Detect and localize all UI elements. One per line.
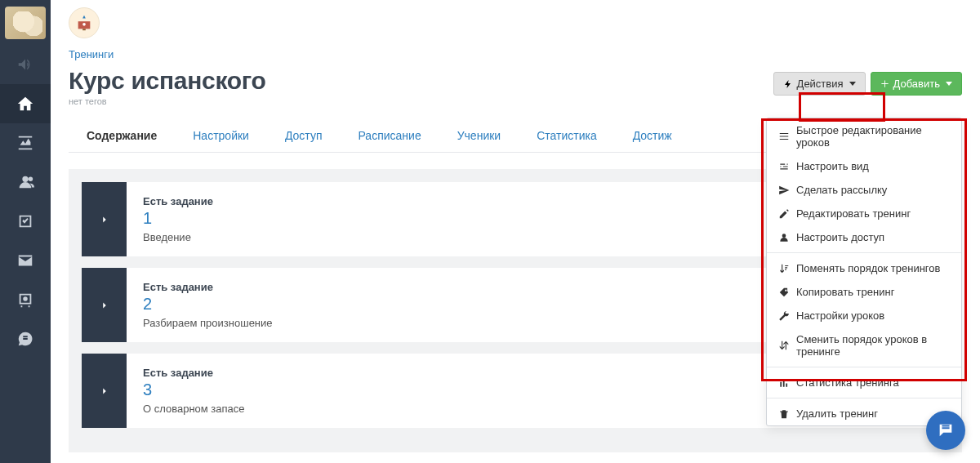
dropdown-item[interactable]: Сменить порядок уроков в тренинге xyxy=(767,327,961,363)
dropdown-item-label: Редактировать тренинг xyxy=(796,207,911,220)
lesson-expand-handle[interactable] xyxy=(82,182,127,256)
tab-3[interactable]: Расписание xyxy=(340,121,439,152)
dropdown-item[interactable]: Быстрое редактирование уроков xyxy=(767,118,961,154)
send-icon xyxy=(778,185,790,196)
actions-dropdown: Быстрое редактирование уроковНастроить в… xyxy=(766,118,962,426)
chevron-right-icon xyxy=(99,300,110,311)
dropdown-item-label: Сделать рассылку xyxy=(796,184,887,196)
plus-icon xyxy=(880,79,889,88)
trash-icon xyxy=(778,408,790,420)
sidebar-item-analytics[interactable] xyxy=(0,123,51,162)
stats-icon xyxy=(778,377,790,389)
lesson-expand-handle[interactable] xyxy=(82,268,127,342)
sort-icon xyxy=(778,263,790,274)
user-icon xyxy=(778,232,790,243)
dropdown-item-label: Настроить вид xyxy=(796,160,869,172)
dropdown-item-label: Настройки уроков xyxy=(796,309,884,322)
dropdown-item-label: Настроить доступ xyxy=(796,231,884,243)
add-button-label: Добавить xyxy=(893,78,940,90)
tab-2[interactable]: Доступ xyxy=(267,121,341,152)
dropdown-item[interactable]: Настройки уроков xyxy=(767,304,961,327)
dropdown-item[interactable]: Сделать рассылку xyxy=(767,178,961,202)
wrench-icon xyxy=(778,310,790,322)
dropdown-item-label: Статистика тренинга xyxy=(796,376,899,389)
chat-fab[interactable] xyxy=(926,411,965,450)
user-avatar[interactable] xyxy=(0,0,51,45)
no-tags-label: нет тегов xyxy=(69,96,773,106)
list-icon xyxy=(778,131,790,142)
tab-0[interactable]: Содержание xyxy=(69,121,175,152)
page-title: Курс испанского xyxy=(69,67,773,95)
bolt-icon xyxy=(783,79,793,89)
svg-point-0 xyxy=(82,23,86,26)
main-content: Тренинги Курс испанского нет тегов Дейст… xyxy=(51,0,980,463)
swap-icon xyxy=(778,340,790,351)
sidebar-item-sound[interactable] xyxy=(0,45,51,84)
dropdown-item-label: Быстрое редактирование уроков xyxy=(796,124,950,149)
tag-icon xyxy=(778,287,790,298)
sidebar-item-chat[interactable] xyxy=(0,319,51,358)
add-button[interactable]: Добавить xyxy=(871,72,962,96)
actions-button-label: Действия xyxy=(797,78,844,90)
sidebar-item-tasks[interactable] xyxy=(0,202,51,241)
sidebar-item-safe[interactable] xyxy=(0,280,51,319)
caret-down-icon xyxy=(946,82,952,86)
tab-5[interactable]: Статистика xyxy=(519,121,615,152)
sidebar-item-users[interactable] xyxy=(0,162,51,202)
chevron-right-icon xyxy=(99,385,110,397)
sliders-icon xyxy=(778,161,790,172)
dropdown-item-label: Копировать тренинг xyxy=(796,286,894,298)
dropdown-item[interactable]: Редактировать тренинг xyxy=(767,202,961,225)
dropdown-item[interactable]: Настроить доступ xyxy=(767,225,961,249)
dropdown-item-label: Поменять порядок тренингов xyxy=(796,262,940,274)
tab-4[interactable]: Ученики xyxy=(439,121,519,152)
breadcrumb-trainings[interactable]: Тренинги xyxy=(69,48,114,60)
actions-button[interactable]: Действия xyxy=(773,72,866,96)
dropdown-item[interactable]: Статистика тренинга xyxy=(767,371,961,394)
caret-down-icon xyxy=(849,82,856,86)
sidebar-item-home[interactable] xyxy=(0,84,51,123)
breadcrumb: Тренинги xyxy=(69,48,962,60)
tab-6[interactable]: Достиж xyxy=(615,121,690,152)
app-logo[interactable] xyxy=(69,7,100,38)
sidebar xyxy=(0,0,51,463)
dropdown-item-label: Сменить порядок уроков в тренинге xyxy=(796,333,950,358)
dropdown-item[interactable]: Настроить вид xyxy=(767,154,961,178)
dropdown-item[interactable]: Копировать тренинг xyxy=(767,280,961,304)
dropdown-item[interactable]: Поменять порядок тренингов xyxy=(767,256,961,280)
dropdown-item-label: Удалить тренинг xyxy=(796,407,878,420)
lesson-expand-handle[interactable] xyxy=(82,354,127,428)
chat-icon xyxy=(937,421,955,439)
edit-icon xyxy=(778,208,790,220)
tab-1[interactable]: Настройки xyxy=(175,121,267,152)
chevron-right-icon xyxy=(99,214,110,225)
sidebar-item-mail[interactable] xyxy=(0,241,51,280)
